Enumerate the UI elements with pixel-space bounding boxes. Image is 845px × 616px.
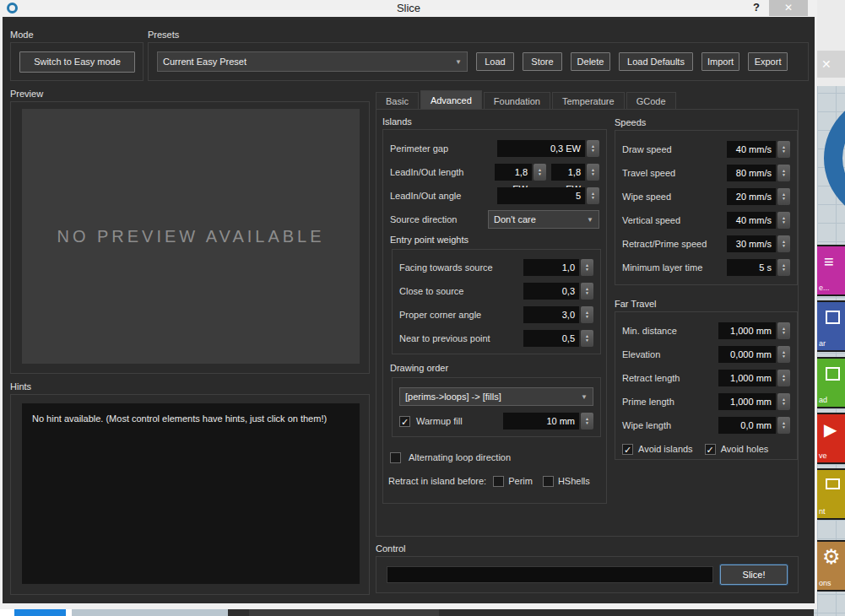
proper-corner-angle-spinner[interactable]: ▲▼ — [581, 306, 593, 323]
bg-toolbar-save-label: ve — [819, 451, 827, 460]
draw-speed-spinner[interactable]: ▲▼ — [777, 141, 790, 158]
minimum-layer-time-input[interactable]: 5 s — [727, 259, 776, 276]
preset-delete-button[interactable]: Delete — [571, 52, 610, 71]
travel-speed-input[interactable]: 80 mm/s — [727, 165, 776, 181]
min-distance-spinner[interactable]: ▲▼ — [777, 322, 790, 339]
bg-toolbar-options-button[interactable]: ⚙ ons — [814, 540, 845, 592]
bg-toolbar-clear-button[interactable]: ar — [814, 300, 845, 352]
slice-button[interactable]: Slice! — [720, 565, 788, 585]
slice-dialog: Slice ? ✕ Mode Switch to Easy mode Prese… — [0, 0, 817, 609]
avoid-holes-checkbox[interactable]: ✓ — [705, 444, 716, 455]
screen: ✕ ≡ e... ar ad ▶ ve nt ⚙ ons Slice ? ✕ — [0, 0, 845, 616]
close-to-source-spinner[interactable]: ▲▼ — [581, 283, 593, 300]
travel-speed-label: Travel speed — [622, 168, 727, 178]
alternating-loop-direction-label: Alternating loop direction — [409, 452, 511, 462]
bg-bottom-strip — [72, 609, 228, 616]
wipe-speed-row: Wipe speed 20 mm/s ▲▼ — [622, 188, 790, 205]
warmup-fill-checkbox[interactable]: ✓ — [399, 416, 410, 427]
wipe-length-spinner[interactable]: ▲▼ — [777, 417, 790, 434]
close-to-source-input[interactable]: 0,3 — [523, 283, 579, 300]
bg-toolbar-save-button[interactable]: ▶ ve — [814, 413, 845, 464]
slice-progressbar — [387, 566, 713, 583]
mode-group-label: Mode — [10, 30, 144, 40]
travel-speed-row: Travel speed 80 mm/s ▲▼ — [622, 165, 790, 181]
tab-advanced[interactable]: Advanced — [420, 90, 482, 110]
wipe-speed-input[interactable]: 20 mm/s — [727, 188, 776, 205]
retract-hshells-checkbox[interactable] — [543, 476, 554, 487]
wipe-speed-label: Wipe speed — [622, 192, 727, 202]
leadinout-angle-spinner[interactable]: ▲▼ — [587, 187, 599, 204]
preset-export-button[interactable]: Export — [748, 52, 788, 71]
bg-toolbar-load-button[interactable]: ad — [814, 357, 845, 408]
preset-load-defaults-button[interactable]: Load Defaults — [619, 52, 693, 71]
elevation-spinner[interactable]: ▲▼ — [777, 346, 790, 363]
avoid-islands-checkbox[interactable]: ✓ — [622, 444, 633, 455]
warmup-fill-input[interactable]: 10 mm — [503, 413, 579, 430]
gear-icon: ⚙ — [822, 548, 845, 565]
warmup-fill-spinner[interactable]: ▲▼ — [581, 413, 593, 430]
travel-speed-spinner[interactable]: ▲▼ — [777, 165, 790, 181]
preset-store-button[interactable]: Store — [523, 52, 562, 71]
facing-towards-source-spinner[interactable]: ▲▼ — [581, 259, 593, 276]
leadinout-length-spinner-1[interactable]: ▲▼ — [534, 164, 546, 181]
drawing-order-box: [perims->loops] -> [fills] ▼ ✓ Warmup fi… — [392, 377, 601, 437]
leadinout-length-input-2[interactable]: 1,8 EW — [551, 164, 585, 181]
leadinout-length-input-1[interactable]: 1,8 EW — [495, 164, 532, 181]
near-to-previous-point-spinner[interactable]: ▲▼ — [581, 330, 593, 347]
wipe-speed-spinner[interactable]: ▲▼ — [777, 188, 790, 205]
draw-speed-input[interactable]: 40 mm/s — [727, 141, 776, 158]
elevation-row: Elevation 0,000 mm ▲▼ — [622, 346, 790, 363]
leadinout-angle-input[interactable]: 5 — [497, 187, 585, 204]
background-close-icon[interactable]: ✕ — [815, 51, 845, 78]
prime-length-spinner[interactable]: ▲▼ — [777, 393, 790, 410]
tab-foundation[interactable]: Foundation — [484, 92, 550, 110]
wipe-length-input[interactable]: 0,0 mm — [718, 417, 776, 434]
retract-length-input[interactable]: 1,000 mm — [718, 370, 776, 386]
draw-speed-row: Draw speed 40 mm/s ▲▼ — [622, 141, 790, 158]
drawing-order-select[interactable]: [perims->loops] -> [fills] ▼ — [399, 387, 593, 406]
facing-towards-source-input[interactable]: 1,0 — [523, 259, 579, 276]
elevation-input[interactable]: 0,000 mm — [718, 346, 776, 363]
retract-prime-speed-input[interactable]: 30 mm/s — [727, 235, 776, 252]
minimum-layer-time-spinner[interactable]: ▲▼ — [777, 259, 790, 276]
source-direction-value: Don't care — [494, 214, 536, 224]
proper-corner-angle-input[interactable]: 3,0 — [523, 306, 579, 323]
bg-toolbar-print-button[interactable]: nt — [814, 468, 845, 520]
leadinout-angle-label: LeadIn/Out angle — [390, 191, 497, 201]
tab-temperature[interactable]: Temperature — [552, 92, 625, 110]
switch-to-easy-mode-button[interactable]: Switch to Easy mode — [19, 51, 135, 73]
alternating-loop-direction-checkbox[interactable] — [390, 452, 401, 463]
close-button[interactable]: ✕ — [769, 0, 808, 16]
retract-length-spinner[interactable]: ▲▼ — [777, 370, 790, 386]
vertical-speed-spinner[interactable]: ▲▼ — [777, 212, 790, 229]
bg-toolbar-slice-label: e... — [819, 284, 830, 292]
tab-basic[interactable]: Basic — [376, 92, 419, 110]
preview-panel: NO PREVIEW AVAILABLE — [22, 109, 360, 364]
source-direction-label: Source direction — [390, 214, 488, 224]
prime-length-input[interactable]: 1,000 mm — [718, 393, 776, 410]
source-direction-select[interactable]: Don't care ▼ — [488, 210, 599, 229]
far-travel-group-label: Far Travel — [615, 299, 798, 309]
retract-perim-checkbox[interactable] — [493, 476, 504, 487]
vertical-speed-input[interactable]: 40 mm/s — [727, 212, 776, 229]
preset-load-button[interactable]: Load — [476, 52, 514, 71]
retract-prime-speed-spinner[interactable]: ▲▼ — [777, 235, 790, 252]
bg-toolbar-slice-button[interactable]: ≡ e... — [814, 245, 845, 296]
min-distance-input[interactable]: 1,000 mm — [718, 322, 776, 339]
perimeter-gap-spinner[interactable]: ▲▼ — [587, 140, 599, 157]
retract-prime-speed-row: Retract/Prime speed 30 mm/s ▲▼ — [622, 235, 790, 252]
perimeter-gap-input[interactable]: 0,3 EW — [497, 140, 585, 157]
preset-select[interactable]: Current Easy Preset ▼ — [157, 51, 468, 72]
tab-gcode[interactable]: GCode — [626, 92, 676, 110]
help-button[interactable]: ? — [750, 1, 763, 14]
titlebar[interactable]: Slice ? ✕ — [0, 0, 817, 17]
bg-bottom-strip — [0, 609, 14, 616]
preset-import-button[interactable]: Import — [701, 52, 739, 71]
near-to-previous-point-input[interactable]: 0,5 — [523, 330, 579, 347]
leadinout-length-spinner-2[interactable]: ▲▼ — [587, 164, 599, 181]
entry-point-weights-label: Entry point weights — [390, 235, 599, 245]
speeds-group-label: Speeds — [615, 117, 798, 127]
hint-text: No hint available. (Most control element… — [32, 413, 327, 424]
islands-group: Islands Perimeter gap 0,3 EW ▲▼ LeadIn/O… — [382, 116, 607, 504]
slice-lines-icon: ≡ — [824, 253, 845, 270]
